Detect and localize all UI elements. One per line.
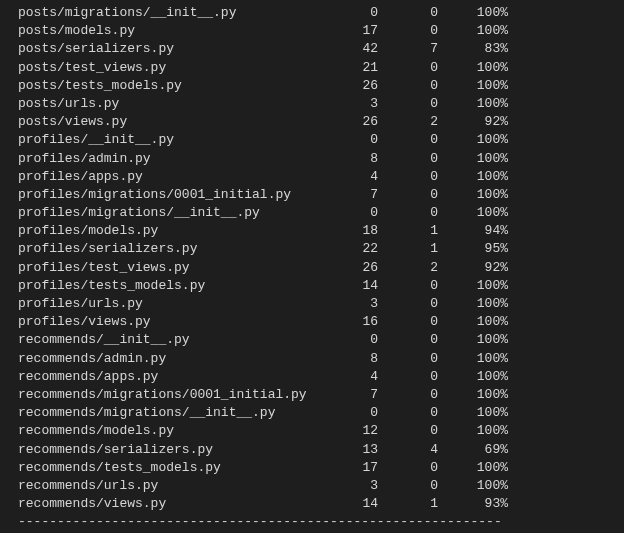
miss-count: 0 — [378, 22, 438, 40]
miss-count: 0 — [378, 4, 438, 22]
file-name: posts/test_views.py — [8, 59, 318, 77]
file-name: recommends/tests_models.py — [8, 459, 318, 477]
cover-percent: 100% — [438, 131, 508, 149]
cover-percent: 100% — [438, 386, 508, 404]
stmts-count: 3 — [318, 295, 378, 313]
file-name: recommends/admin.py — [8, 350, 318, 368]
cover-percent: 94% — [438, 222, 508, 240]
stmts-count: 0 — [318, 4, 378, 22]
stmts-count: 12 — [318, 422, 378, 440]
miss-count: 0 — [378, 277, 438, 295]
miss-count: 0 — [378, 150, 438, 168]
miss-count: 0 — [378, 313, 438, 331]
stmts-count: 14 — [318, 277, 378, 295]
miss-count: 0 — [378, 477, 438, 495]
file-name: profiles/tests_models.py — [8, 277, 318, 295]
coverage-row: profiles/__init__.py00100% — [8, 131, 616, 149]
stmts-count: 14 — [318, 495, 378, 513]
coverage-row: profiles/models.py18194% — [8, 222, 616, 240]
cover-percent: 100% — [438, 150, 508, 168]
file-name: recommends/__init__.py — [8, 331, 318, 349]
file-name: posts/urls.py — [8, 95, 318, 113]
coverage-row: profiles/urls.py30100% — [8, 295, 616, 313]
cover-percent: 100% — [438, 186, 508, 204]
file-name: profiles/models.py — [8, 222, 318, 240]
miss-count: 0 — [378, 368, 438, 386]
miss-count: 0 — [378, 131, 438, 149]
stmts-count: 0 — [318, 131, 378, 149]
stmts-count: 26 — [318, 113, 378, 131]
stmts-count: 18 — [318, 222, 378, 240]
cover-percent: 69% — [438, 441, 508, 459]
stmts-count: 42 — [318, 40, 378, 58]
cover-percent: 83% — [438, 40, 508, 58]
stmts-count: 3 — [318, 95, 378, 113]
miss-count: 0 — [378, 459, 438, 477]
file-name: profiles/serializers.py — [8, 240, 318, 258]
cover-percent: 100% — [438, 368, 508, 386]
coverage-row: recommends/tests_models.py170100% — [8, 459, 616, 477]
coverage-row: recommends/__init__.py00100% — [8, 331, 616, 349]
miss-count: 1 — [378, 240, 438, 258]
stmts-count: 16 — [318, 313, 378, 331]
cover-percent: 92% — [438, 113, 508, 131]
coverage-row: profiles/serializers.py22195% — [8, 240, 616, 258]
coverage-row: recommends/urls.py30100% — [8, 477, 616, 495]
miss-count: 0 — [378, 168, 438, 186]
file-name: profiles/views.py — [8, 313, 318, 331]
file-name: profiles/test_views.py — [8, 259, 318, 277]
file-name: posts/serializers.py — [8, 40, 318, 58]
stmts-count: 3 — [318, 477, 378, 495]
file-name: recommends/models.py — [8, 422, 318, 440]
cover-percent: 100% — [438, 168, 508, 186]
coverage-row: profiles/admin.py80100% — [8, 150, 616, 168]
file-name: profiles/migrations/0001_initial.py — [8, 186, 318, 204]
miss-count: 0 — [378, 350, 438, 368]
file-name: recommends/apps.py — [8, 368, 318, 386]
miss-count: 2 — [378, 259, 438, 277]
stmts-count: 17 — [318, 22, 378, 40]
miss-count: 2 — [378, 113, 438, 131]
miss-count: 0 — [378, 95, 438, 113]
cover-percent: 100% — [438, 277, 508, 295]
coverage-row: recommends/migrations/__init__.py00100% — [8, 404, 616, 422]
stmts-count: 8 — [318, 350, 378, 368]
cover-percent: 100% — [438, 204, 508, 222]
miss-count: 1 — [378, 495, 438, 513]
miss-count: 0 — [378, 422, 438, 440]
stmts-count: 22 — [318, 240, 378, 258]
stmts-count: 0 — [318, 331, 378, 349]
coverage-row: posts/serializers.py42783% — [8, 40, 616, 58]
cover-percent: 100% — [438, 4, 508, 22]
coverage-row: profiles/views.py160100% — [8, 313, 616, 331]
cover-percent: 100% — [438, 477, 508, 495]
coverage-table: posts/migrations/__init__.py00100%posts/… — [8, 4, 616, 513]
miss-count: 0 — [378, 77, 438, 95]
stmts-count: 17 — [318, 459, 378, 477]
file-name: posts/models.py — [8, 22, 318, 40]
coverage-row: posts/migrations/__init__.py00100% — [8, 4, 616, 22]
coverage-row: profiles/migrations/__init__.py00100% — [8, 204, 616, 222]
cover-percent: 100% — [438, 77, 508, 95]
stmts-count: 8 — [318, 150, 378, 168]
file-name: recommends/urls.py — [8, 477, 318, 495]
stmts-count: 26 — [318, 77, 378, 95]
separator-line: ----------------------------------------… — [8, 513, 616, 531]
coverage-row: profiles/apps.py40100% — [8, 168, 616, 186]
stmts-count: 4 — [318, 168, 378, 186]
cover-percent: 95% — [438, 240, 508, 258]
file-name: profiles/migrations/__init__.py — [8, 204, 318, 222]
coverage-row: recommends/admin.py80100% — [8, 350, 616, 368]
stmts-count: 26 — [318, 259, 378, 277]
coverage-row: recommends/views.py14193% — [8, 495, 616, 513]
stmts-count: 7 — [318, 186, 378, 204]
file-name: recommends/migrations/__init__.py — [8, 404, 318, 422]
stmts-count: 21 — [318, 59, 378, 77]
cover-percent: 93% — [438, 495, 508, 513]
cover-percent: 100% — [438, 350, 508, 368]
file-name: recommends/serializers.py — [8, 441, 318, 459]
coverage-row: posts/views.py26292% — [8, 113, 616, 131]
file-name: profiles/urls.py — [8, 295, 318, 313]
miss-count: 0 — [378, 386, 438, 404]
cover-percent: 100% — [438, 295, 508, 313]
